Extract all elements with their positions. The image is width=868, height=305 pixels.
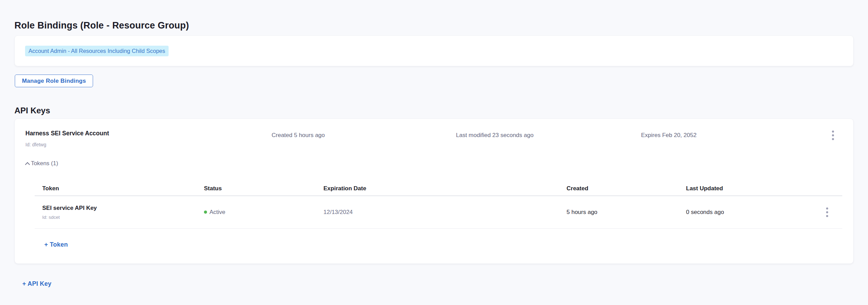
api-key-expires-text: Expires Feb 20, 2052 (641, 132, 697, 139)
api-key-name: Harness SEI Service Account (25, 130, 109, 137)
kebab-dot (826, 215, 828, 217)
tokens-collapse-toggle[interactable]: Tokens (1) (26, 160, 58, 167)
token-last-updated: 0 seconds ago (686, 209, 825, 216)
role-binding-tag[interactable]: Account Admin - All Resources Including … (25, 46, 169, 56)
api-key-kebab-menu-icon[interactable] (829, 129, 837, 141)
token-created: 5 hours ago (567, 209, 686, 216)
service-account-details-page: Role Bindings (Role - Resource Group) Ac… (0, 0, 868, 305)
api-key-card: Harness SEI Service Account Id: dfetwg C… (14, 118, 854, 264)
token-id: Id: sdcet (42, 215, 204, 220)
col-header-last-updated: Last Updated (686, 185, 825, 192)
token-name-cell: SEI service API Key Id: sdcet (35, 205, 204, 220)
token-status-label: Active (209, 209, 225, 216)
status-active-dot-icon (204, 211, 207, 214)
api-key-id: Id: dfetwg (25, 142, 46, 147)
add-api-key-button[interactable]: + API Key (22, 280, 52, 287)
role-bindings-card: Account Admin - All Resources Including … (14, 35, 854, 66)
role-bindings-heading: Role Bindings (Role - Resource Group) (14, 20, 189, 31)
token-table-row: SEI service API Key Id: sdcet Active 12/… (35, 196, 842, 228)
col-header-expiration-date: Expiration Date (323, 185, 567, 192)
kebab-dot (832, 131, 834, 133)
api-key-created-text: Created 5 hours ago (272, 132, 325, 139)
col-header-created: Created (567, 185, 686, 192)
chevron-up-icon (25, 162, 30, 167)
col-header-token: Token (35, 185, 204, 192)
row-divider (35, 228, 842, 229)
tokens-toggle-label: Tokens (1) (31, 160, 58, 167)
manage-role-bindings-button[interactable]: Manage Role Bindings (15, 75, 93, 87)
kebab-dot (832, 134, 834, 136)
kebab-dot (826, 211, 828, 213)
token-expiration-date: 12/13/2024 (323, 209, 567, 216)
kebab-dot (832, 138, 834, 140)
token-status-cell: Active (204, 209, 323, 216)
kebab-dot (826, 207, 828, 210)
add-token-button[interactable]: + Token (44, 241, 68, 248)
tokens-table: Token Status Expiration Date Created Las… (35, 176, 842, 229)
col-header-status: Status (204, 185, 323, 192)
api-keys-heading: API Keys (14, 106, 50, 115)
token-name: SEI service API Key (42, 205, 204, 212)
tokens-table-header-row: Token Status Expiration Date Created Las… (35, 176, 842, 195)
token-kebab-menu-icon[interactable] (823, 206, 831, 218)
api-key-last-modified-text: Last modified 23 seconds ago (456, 132, 534, 139)
